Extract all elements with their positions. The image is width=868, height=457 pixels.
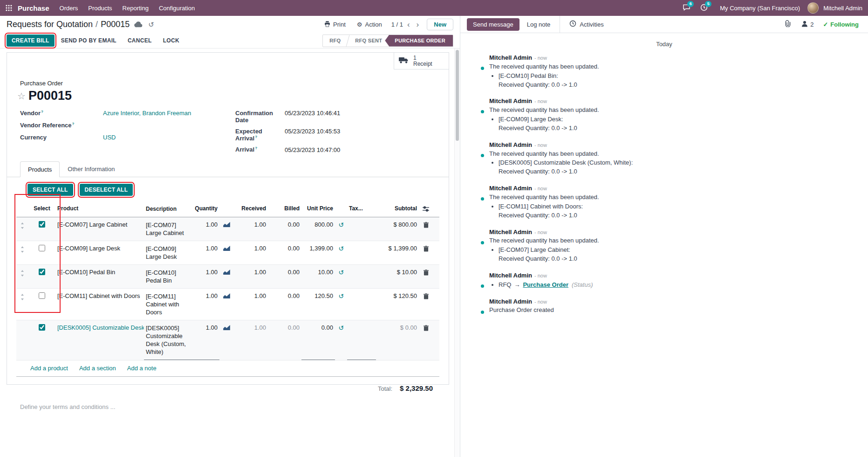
tab-products[interactable]: Products	[20, 161, 60, 177]
price-history-icon[interactable]: ↺	[335, 265, 347, 288]
print-button[interactable]: Print	[321, 19, 349, 31]
description-cell[interactable]: [E-COM07] Large Cabinet	[144, 217, 192, 241]
menu-products[interactable]: Products	[83, 1, 116, 15]
description-cell[interactable]: [E-COM09] Large Desk	[144, 241, 192, 264]
terms-and-conditions-field[interactable]: Define your terms and conditions ...	[20, 403, 449, 410]
quantity-cell[interactable]: 1.00	[192, 241, 219, 264]
add-a-product-link[interactable]: Add a product	[30, 365, 68, 372]
order-line-row[interactable]: [E-COM09] Large Desk [E-COM09] Large Des…	[16, 241, 439, 265]
company-switcher[interactable]: My Company (San Francisco)	[720, 5, 800, 12]
col-description[interactable]: Description	[144, 201, 192, 217]
arrival-value[interactable]: 05/23/2023 10:47:00	[285, 146, 340, 153]
description-cell[interactable]: [E-COM10] Pedal Bin	[144, 265, 192, 288]
cancel-button[interactable]: CANCEL	[123, 35, 157, 47]
select-all-button[interactable]: SELECT ALL	[27, 184, 73, 196]
tracking-new-value-link[interactable]: Purchase Order	[523, 281, 568, 288]
delete-line-icon[interactable]	[419, 320, 433, 360]
expected-arrival-value[interactable]: 05/23/2023 10:45:53	[285, 128, 340, 135]
tab-other-information[interactable]: Other Information	[60, 161, 123, 177]
product-cell[interactable]: [E-COM11] Cabinet with Doors	[55, 289, 144, 320]
followers-button[interactable]: 2	[797, 21, 818, 28]
unit-price-cell[interactable]: 10.00	[301, 265, 335, 288]
tax-cell[interactable]	[347, 217, 376, 241]
col-tax[interactable]: Tax...	[347, 201, 376, 217]
drag-handle[interactable]	[16, 265, 28, 288]
product-cell[interactable]: [DESK0005] Customizable Desk (Custom,	[55, 320, 144, 360]
line-select-checkbox[interactable]	[39, 269, 45, 275]
status-step-purchase-order[interactable]: PURCHASE ORDER	[385, 35, 453, 47]
log-note-button[interactable]: Log note	[521, 18, 556, 31]
menu-reporting[interactable]: Reporting	[118, 1, 153, 15]
navbar-messages-button[interactable]: 6	[680, 2, 693, 14]
scrollbar-thumb[interactable]	[456, 50, 459, 141]
pager-next-icon[interactable]: ›	[414, 21, 422, 28]
description-cell[interactable]: [DESK0005] Customizable Desk (Custom, Wh…	[144, 320, 192, 360]
line-select-checkbox[interactable]	[39, 221, 45, 228]
order-line-row-editing[interactable]: [DESK0005] Customizable Desk (Custom, [D…	[16, 320, 439, 360]
optional-columns-icon[interactable]	[419, 201, 433, 217]
delete-line-icon[interactable]	[419, 265, 433, 288]
price-history-icon[interactable]: ↺	[335, 320, 347, 360]
tax-cell[interactable]	[347, 265, 376, 288]
app-name[interactable]: Purchase	[18, 4, 49, 12]
delete-line-icon[interactable]	[419, 241, 433, 264]
vendor-value[interactable]: Azure Interior, Brandon Freeman	[103, 110, 191, 117]
col-unit-price[interactable]: Unit Price	[301, 201, 335, 217]
status-step-rfq[interactable]: RFQ	[323, 35, 347, 47]
menu-orders[interactable]: Orders	[55, 1, 83, 15]
col-subtotal[interactable]: Subtotal	[376, 201, 419, 217]
create-bill-button[interactable]: CREATE BILL	[7, 35, 55, 47]
apps-grid-icon[interactable]	[4, 3, 14, 13]
col-billed[interactable]: Billed	[268, 201, 301, 217]
user-name[interactable]: Mitchell Admin	[823, 5, 862, 12]
product-cell[interactable]: [E-COM10] Pedal Bin	[55, 265, 144, 288]
delete-line-icon[interactable]	[419, 217, 433, 241]
col-received[interactable]: Received	[233, 201, 268, 217]
product-cell[interactable]: [E-COM07] Large Cabinet	[55, 217, 144, 241]
unit-price-cell[interactable]: 0.00	[301, 320, 335, 360]
forecast-chart-icon[interactable]	[219, 265, 233, 288]
col-product[interactable]: Product	[55, 201, 144, 217]
unit-price-cell[interactable]: 120.50	[301, 289, 335, 320]
tax-cell[interactable]	[347, 320, 376, 360]
drag-handle[interactable]	[16, 289, 28, 320]
order-line-row[interactable]: [E-COM07] Large Cabinet [E-COM07] Large …	[16, 217, 439, 241]
unit-price-cell[interactable]: 1,399.00	[301, 241, 335, 264]
send-po-by-email-button[interactable]: SEND PO BY EMAIL	[56, 35, 121, 47]
price-history-icon[interactable]: ↺	[335, 241, 347, 264]
forecast-chart-icon[interactable]	[219, 320, 233, 360]
price-history-icon[interactable]: ↺	[335, 217, 347, 241]
order-line-row[interactable]: [E-COM10] Pedal Bin [E-COM10] Pedal Bin …	[16, 265, 439, 289]
receipt-stat-button[interactable]: 1 Receipt	[394, 53, 449, 69]
add-a-section-link[interactable]: Add a section	[79, 365, 116, 372]
tax-cell[interactable]	[347, 241, 376, 264]
following-button[interactable]: ✓ Following	[820, 21, 861, 28]
send-message-button[interactable]: Send message	[467, 18, 519, 31]
col-select[interactable]: Select	[28, 201, 55, 217]
confirmation-date-value[interactable]: 05/23/2023 10:46:41	[285, 110, 340, 117]
drag-handle[interactable]	[16, 241, 28, 264]
new-button[interactable]: New	[427, 19, 453, 30]
quantity-cell[interactable]: 1.00	[192, 320, 219, 360]
line-select-checkbox[interactable]	[39, 292, 45, 299]
status-step-rfq-sent[interactable]: RFQ SENT	[349, 35, 389, 47]
line-select-checkbox[interactable]	[39, 324, 45, 331]
action-button[interactable]: ⚙ Action	[353, 19, 386, 30]
line-select-checkbox[interactable]	[39, 245, 45, 251]
user-avatar[interactable]	[807, 2, 819, 14]
unit-price-cell[interactable]: 800.00	[301, 217, 335, 241]
menu-configuration[interactable]: Configuration	[154, 1, 199, 15]
attachments-button[interactable]	[781, 20, 795, 28]
quantity-cell[interactable]: 1.00	[192, 265, 219, 288]
schedule-activity-button[interactable]: Activities	[564, 17, 609, 31]
description-cell[interactable]: [E-COM11] Cabinet with Doors	[144, 289, 192, 320]
discard-icon[interactable]: ↺	[147, 21, 155, 29]
lock-button[interactable]: LOCK	[158, 35, 184, 47]
forecast-chart-icon[interactable]	[219, 241, 233, 264]
product-cell[interactable]: [E-COM09] Large Desk	[55, 241, 144, 264]
tax-cell[interactable]	[347, 289, 376, 320]
deselect-all-button[interactable]: DESELECT ALL	[80, 184, 133, 196]
save-cloud-icon[interactable]	[133, 21, 144, 28]
add-a-note-link[interactable]: Add a note	[127, 365, 157, 372]
forecast-chart-icon[interactable]	[219, 289, 233, 320]
